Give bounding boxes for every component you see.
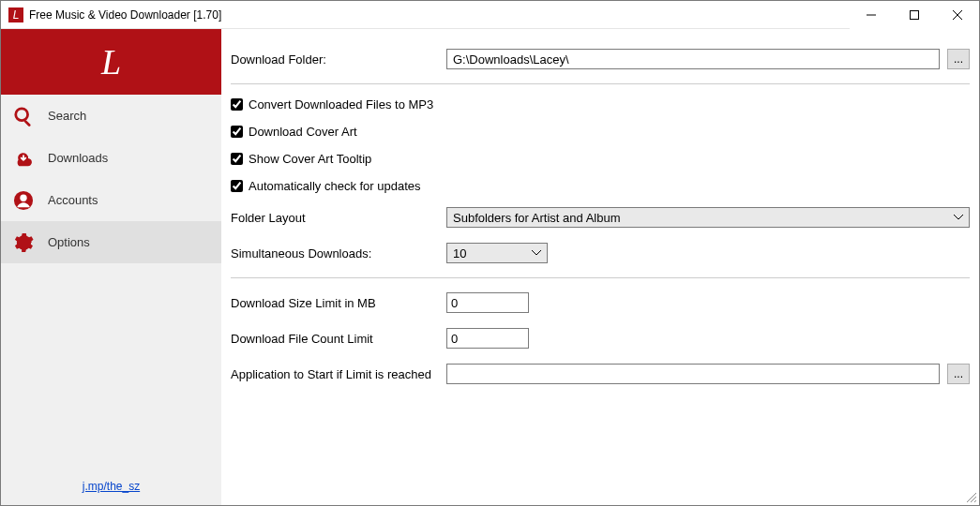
simultaneous-label: Simultaneous Downloads: [231, 246, 446, 260]
tooltip-input[interactable] [231, 153, 243, 165]
tooltip-label: Show Cover Art Tooltip [249, 152, 371, 166]
folder-layout-label: Folder Layout [231, 211, 446, 225]
app-limit-label: Application to Start if Limit is reached [231, 367, 446, 381]
window-controls [850, 1, 979, 29]
gear-icon [12, 231, 35, 254]
download-folder-input[interactable] [446, 49, 940, 69]
cover-art-checkbox[interactable]: Download Cover Art [231, 125, 357, 139]
tooltip-checkbox[interactable]: Show Cover Art Tooltip [231, 152, 371, 166]
svg-rect-1 [911, 10, 919, 19]
svg-point-4 [16, 108, 28, 120]
account-icon [12, 189, 35, 212]
window-title: Free Music & Video Downloader [1.70] [29, 8, 221, 22]
svg-point-7 [20, 194, 26, 201]
sidebar-item-label: Options [48, 235, 90, 249]
minimize-button[interactable] [850, 1, 893, 29]
size-limit-label: Download Size Limit in MB [231, 296, 446, 310]
browse-app-button[interactable]: ... [947, 364, 970, 384]
title-bar: L Free Music & Video Downloader [1.70] [1, 1, 979, 29]
sidebar-item-label: Search [48, 109, 86, 123]
sidebar-footer: j.mp/the_sz [1, 468, 221, 505]
app-limit-input[interactable] [446, 364, 940, 384]
brand-letter: L [101, 41, 121, 82]
options-panel: Download Folder: ... Convert Downloaded … [221, 29, 979, 505]
convert-mp3-input[interactable] [231, 98, 243, 111]
cover-art-label: Download Cover Art [249, 125, 357, 139]
updates-label: Automatically check for updates [249, 179, 421, 193]
close-icon [953, 10, 962, 20]
svg-rect-5 [23, 119, 31, 126]
footer-link[interactable]: j.mp/the_sz [83, 480, 140, 493]
convert-mp3-label: Convert Downloaded Files to MP3 [249, 97, 433, 112]
separator [231, 83, 970, 84]
sidebar-nav: Search Downloads Accounts Options [1, 95, 221, 468]
separator [231, 277, 970, 278]
simultaneous-select[interactable]: 10 [446, 243, 548, 263]
count-limit-input[interactable] [446, 328, 529, 349]
maximize-button[interactable] [893, 1, 936, 29]
folder-layout-select[interactable]: Subfolders for Artist and Album [446, 207, 970, 228]
sidebar: L Search Downloads Accounts [1, 29, 221, 505]
download-icon [12, 147, 35, 170]
sidebar-item-label: Downloads [48, 151, 108, 165]
minimize-icon [867, 10, 876, 20]
browse-folder-button[interactable]: ... [947, 49, 970, 69]
updates-checkbox[interactable]: Automatically check for updates [231, 179, 421, 193]
close-button[interactable] [936, 1, 979, 29]
search-icon [12, 105, 35, 127]
app-icon: L [8, 7, 23, 22]
sidebar-item-search[interactable]: Search [1, 95, 221, 137]
cover-art-input[interactable] [231, 126, 243, 138]
sidebar-item-label: Accounts [48, 193, 98, 207]
sidebar-item-downloads[interactable]: Downloads [1, 137, 221, 179]
brand-panel: L [1, 29, 221, 95]
count-limit-label: Download File Count Limit [231, 332, 446, 346]
convert-mp3-checkbox[interactable]: Convert Downloaded Files to MP3 [231, 97, 433, 112]
sidebar-item-options[interactable]: Options [1, 221, 221, 263]
download-folder-label: Download Folder: [231, 52, 446, 67]
svg-line-10 [974, 500, 976, 502]
updates-input[interactable] [231, 180, 243, 192]
sidebar-item-accounts[interactable]: Accounts [1, 179, 221, 221]
size-limit-input[interactable] [446, 292, 529, 313]
resize-grip[interactable] [964, 490, 977, 503]
maximize-icon [910, 10, 919, 20]
